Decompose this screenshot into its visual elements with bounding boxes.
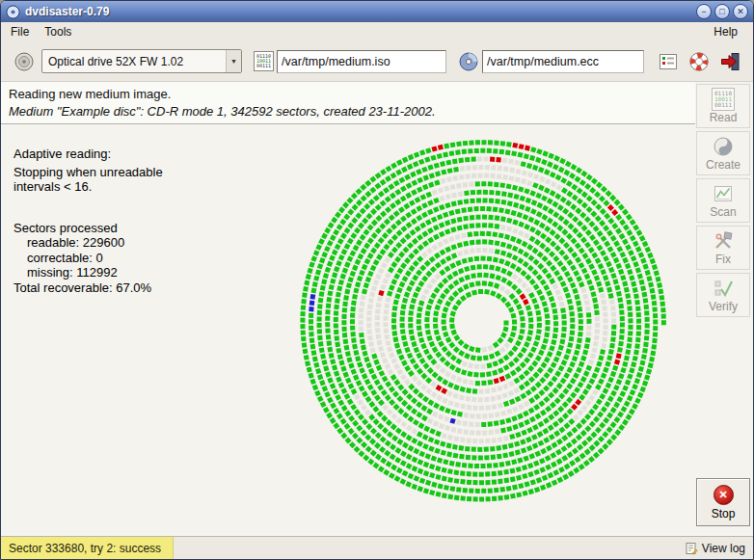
toolbar: Optical drive 52X FW 1.02 ▼ 01110 10011 … — [1, 41, 753, 82]
menubar: File Tools Help — [1, 22, 753, 41]
action-sidebar: 01110 10011 00111 Read Create Scan — [695, 84, 751, 534]
verify-button-label: Verify — [709, 300, 738, 313]
preferences-button[interactable] — [654, 47, 683, 76]
reading-spiral — [283, 125, 679, 520]
create-icon — [713, 135, 734, 158]
app-window: dvdisaster-0.79 − □ ✕ File Tools Help Op… — [0, 0, 754, 560]
lifesaver-icon — [688, 51, 710, 72]
scan-button-label: Scan — [710, 205, 736, 219]
menu-file[interactable]: File — [3, 23, 37, 40]
read-button-label: Read — [710, 111, 738, 124]
status-line-1: Reading new medium image. — [9, 87, 687, 102]
ecc-file-input[interactable] — [482, 50, 644, 73]
drive-icon — [13, 51, 35, 72]
chevron-down-icon: ▼ — [226, 50, 241, 72]
minimize-button[interactable]: − — [696, 4, 712, 19]
sectors-processed-title: Sectors processed — [13, 221, 163, 236]
menu-tools[interactable]: Tools — [37, 23, 79, 40]
binary-row: 00111 — [256, 64, 271, 68]
quit-icon — [719, 51, 741, 72]
fix-button[interactable]: Fix — [696, 226, 750, 270]
stop-button-label: Stop — [712, 507, 736, 520]
help-button[interactable] — [685, 47, 714, 76]
sectors-correctable: correctable: 0 — [13, 251, 163, 266]
window-title: dvdisaster-0.79 — [25, 5, 693, 18]
app-icon — [6, 5, 20, 19]
sectors-readable: readable: 229600 — [13, 235, 163, 251]
status-message: Sector 333680, try 2: success — [1, 537, 174, 559]
scan-button[interactable]: Scan — [696, 178, 750, 223]
ecc-file-icon — [458, 51, 479, 72]
reading-info-panel: Adaptive reading: Stopping when unreadab… — [13, 147, 163, 295]
stopping-line-2: intervals < 16. — [13, 179, 163, 195]
drive-select-value: Optical drive 52X FW 1.02 — [42, 55, 226, 68]
fix-button-label: Fix — [715, 253, 731, 266]
menu-help[interactable]: Help — [706, 23, 745, 40]
titlebar[interactable]: dvdisaster-0.79 − □ ✕ — [1, 1, 753, 22]
binary-row: 00111 — [714, 102, 732, 108]
drive-button[interactable] — [10, 47, 39, 76]
stop-button[interactable]: ✕ Stop — [696, 478, 750, 526]
drive-select[interactable]: Optical drive 52X FW 1.02 ▼ — [41, 49, 242, 73]
preferences-icon — [658, 51, 679, 72]
sectors-missing: missing: 112992 — [13, 265, 163, 280]
adaptive-reading-title: Adaptive reading: — [13, 147, 163, 162]
view-log-button[interactable]: View log — [685, 542, 753, 555]
log-icon — [685, 542, 698, 555]
read-button[interactable]: 01110 10011 00111 Read — [696, 84, 750, 128]
stop-icon: ✕ — [714, 485, 734, 505]
view-log-label: View log — [702, 542, 745, 555]
image-file-input[interactable] — [277, 50, 446, 73]
create-button[interactable]: Create — [696, 131, 750, 175]
quit-button[interactable] — [715, 47, 744, 76]
total-recoverable: Total recoverable: 67.0% — [13, 280, 163, 296]
stopping-line-1: Stopping when unreadable — [13, 165, 163, 180]
read-icon: 01110 10011 00111 — [712, 88, 735, 111]
status-line-2: Medium "Example disc": CD-R mode 1, 3425… — [9, 104, 687, 120]
verify-icon — [713, 277, 734, 300]
image-file-icon: 01110 10011 00111 — [254, 51, 274, 71]
fix-icon — [713, 229, 734, 253]
maximize-button[interactable]: □ — [714, 4, 730, 19]
statusbar: Sector 333680, try 2: success View log — [1, 536, 753, 559]
scan-icon — [713, 182, 734, 205]
create-button-label: Create — [706, 158, 741, 172]
main-area: Adaptive reading: Stopping when unreadab… — [1, 125, 695, 536]
content-area: Reading new medium image. Medium "Exampl… — [1, 82, 753, 536]
verify-button[interactable]: Verify — [696, 273, 750, 317]
status-header: Reading new medium image. Medium "Exampl… — [1, 82, 695, 124]
close-button[interactable]: ✕ — [733, 4, 748, 19]
